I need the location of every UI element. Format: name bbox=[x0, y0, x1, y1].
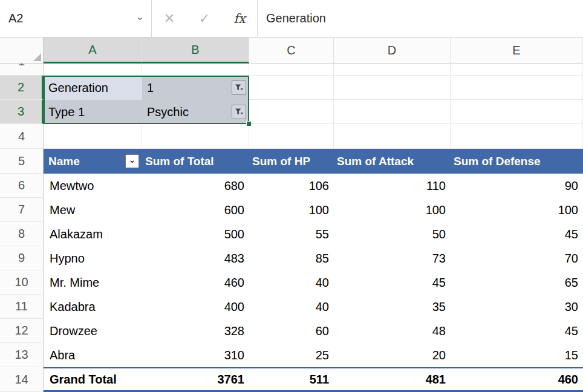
column-header-D[interactable]: D bbox=[334, 38, 451, 64]
pivot-total-cell[interactable]: 328 bbox=[142, 319, 249, 343]
pivot-name-cell[interactable]: Abra bbox=[44, 343, 142, 367]
pivot-defense-cell[interactable]: 100 bbox=[451, 198, 583, 222]
cell-A1[interactable] bbox=[44, 64, 142, 76]
column-header-A[interactable]: A bbox=[44, 38, 142, 64]
pivot-header-total[interactable]: Sum of Total bbox=[142, 149, 249, 174]
cell-B2[interactable]: 1 bbox=[142, 76, 249, 100]
row-header-2[interactable]: 2 bbox=[0, 76, 44, 100]
pivot-attack-cell[interactable]: 45 bbox=[334, 270, 451, 295]
pivot-attack-cell[interactable]: 110 bbox=[334, 174, 451, 198]
pivot-hp-cell[interactable]: 85 bbox=[249, 246, 334, 270]
cell-A2[interactable]: Generation bbox=[44, 76, 142, 100]
formula-input[interactable]: Generation bbox=[258, 0, 583, 37]
chevron-down-icon[interactable]: ⌄ bbox=[136, 12, 144, 22]
row-header-13[interactable]: 13 bbox=[0, 343, 44, 367]
cell-A3[interactable]: Type 1 bbox=[44, 100, 142, 124]
pivot-header-name[interactable]: Name ⌄ bbox=[44, 149, 142, 174]
row-header-6[interactable]: 6 bbox=[0, 174, 44, 198]
row-header-5[interactable]: 5 bbox=[0, 149, 44, 174]
row-header-11[interactable]: 11 bbox=[0, 295, 44, 319]
pivot-hp-cell[interactable]: 55 bbox=[249, 222, 334, 246]
cell-D3[interactable] bbox=[334, 100, 451, 124]
cell-C1[interactable] bbox=[249, 64, 334, 76]
pivot-attack-cell[interactable]: 20 bbox=[334, 343, 451, 367]
pivot-total-cell[interactable]: 310 bbox=[142, 343, 249, 367]
pivot-defense-cell[interactable]: 45 bbox=[451, 319, 583, 343]
cell-B3[interactable]: Psychic bbox=[142, 100, 249, 124]
pivot-defense-cell[interactable]: 65 bbox=[451, 270, 583, 295]
confirm-icon[interactable]: ✓ bbox=[187, 0, 222, 37]
pivot-name-cell[interactable]: Mr. Mime bbox=[44, 270, 142, 295]
select-all-corner[interactable] bbox=[0, 38, 44, 64]
cell-D2[interactable] bbox=[334, 76, 451, 100]
pivot-name-cell[interactable]: Mew bbox=[44, 198, 142, 222]
pivot-header-hp[interactable]: Sum of HP bbox=[249, 149, 334, 174]
cell-E1[interactable] bbox=[451, 64, 583, 76]
pivot-attack-cell[interactable]: 35 bbox=[334, 295, 451, 319]
column-header-B[interactable]: B bbox=[142, 38, 249, 64]
cell-B1[interactable] bbox=[142, 64, 249, 76]
grand-total-label[interactable]: Grand Total bbox=[44, 367, 142, 392]
row-header-9[interactable]: 9 bbox=[0, 246, 44, 270]
row-header-1[interactable]: 1 bbox=[0, 64, 44, 76]
pivot-total-cell[interactable]: 600 bbox=[142, 198, 249, 222]
grand-total-defense[interactable]: 460 bbox=[451, 367, 583, 392]
pivot-attack-cell[interactable]: 48 bbox=[334, 319, 451, 343]
name-filter-dropdown[interactable]: ⌄ bbox=[125, 154, 139, 168]
pivot-header-defense[interactable]: Sum of Defense bbox=[451, 149, 583, 174]
pivot-name-cell[interactable]: Kadabra bbox=[44, 295, 142, 319]
cell-E3[interactable] bbox=[451, 100, 583, 124]
name-box[interactable]: A2 ⌄ bbox=[0, 0, 151, 37]
pivot-hp-cell[interactable]: 106 bbox=[249, 174, 334, 198]
row-header-14[interactable]: 14 bbox=[0, 367, 44, 392]
pivot-total-cell[interactable]: 483 bbox=[142, 246, 249, 270]
column-header-E[interactable]: E bbox=[451, 38, 583, 64]
cell-E2[interactable] bbox=[451, 76, 583, 100]
row-header-10[interactable]: 10 bbox=[0, 270, 44, 295]
pivot-name-cell[interactable]: Alakazam bbox=[44, 222, 142, 246]
cell-C4[interactable] bbox=[249, 124, 334, 149]
pivot-total-cell[interactable]: 500 bbox=[142, 222, 249, 246]
pivot-total-cell[interactable]: 680 bbox=[142, 174, 249, 198]
pivot-attack-cell[interactable]: 73 bbox=[334, 246, 451, 270]
pivot-total-cell[interactable]: 400 bbox=[142, 295, 249, 319]
filter-icon[interactable] bbox=[232, 80, 246, 95]
pivot-defense-cell[interactable]: 45 bbox=[451, 222, 583, 246]
cell-C2[interactable] bbox=[249, 76, 334, 100]
column-header-C[interactable]: C bbox=[249, 38, 334, 64]
pivot-hp-cell[interactable]: 100 bbox=[249, 198, 334, 222]
cell-C3[interactable] bbox=[249, 100, 334, 124]
cell-D4[interactable] bbox=[334, 124, 451, 149]
insert-function-icon[interactable]: fx bbox=[222, 0, 257, 37]
pivot-hp-cell[interactable]: 25 bbox=[249, 343, 334, 367]
row-header-12[interactable]: 12 bbox=[0, 319, 44, 343]
cell-D1[interactable] bbox=[334, 64, 451, 76]
pivot-defense-cell[interactable]: 15 bbox=[451, 343, 583, 367]
pivot-attack-cell[interactable]: 50 bbox=[334, 222, 451, 246]
pivot-defense-cell[interactable]: 30 bbox=[451, 295, 583, 319]
cell-B4[interactable] bbox=[142, 124, 249, 149]
cell-A4[interactable] bbox=[44, 124, 142, 149]
cell-E4[interactable] bbox=[451, 124, 583, 149]
pivot-name-cell[interactable]: Drowzee bbox=[44, 319, 142, 343]
cancel-icon[interactable]: ✕ bbox=[152, 0, 187, 37]
pivot-defense-cell[interactable]: 70 bbox=[451, 246, 583, 270]
pivot-name-cell[interactable]: Hypno bbox=[44, 246, 142, 270]
pivot-hp-cell[interactable]: 40 bbox=[249, 295, 334, 319]
pivot-name-cell[interactable]: Mewtwo bbox=[44, 174, 142, 198]
pivot-header-attack[interactable]: Sum of Attack bbox=[334, 149, 451, 174]
row-header-4[interactable]: 4 bbox=[0, 124, 44, 149]
pivot-total-cell[interactable]: 460 bbox=[142, 270, 249, 295]
grand-total-hp[interactable]: 511 bbox=[249, 367, 334, 392]
filter-icon[interactable] bbox=[232, 105, 246, 119]
row-header-8[interactable]: 8 bbox=[0, 222, 44, 246]
row-header-7[interactable]: 7 bbox=[0, 198, 44, 222]
grand-total-total[interactable]: 3761 bbox=[142, 367, 249, 392]
pivot-hp-cell[interactable]: 40 bbox=[249, 270, 334, 295]
pivot-hp-cell[interactable]: 60 bbox=[249, 319, 334, 343]
fill-handle[interactable] bbox=[246, 121, 252, 126]
pivot-defense-cell[interactable]: 90 bbox=[451, 174, 583, 198]
row-header-3[interactable]: 3 bbox=[0, 100, 44, 124]
grand-total-attack[interactable]: 481 bbox=[334, 367, 451, 392]
pivot-attack-cell[interactable]: 100 bbox=[334, 198, 451, 222]
